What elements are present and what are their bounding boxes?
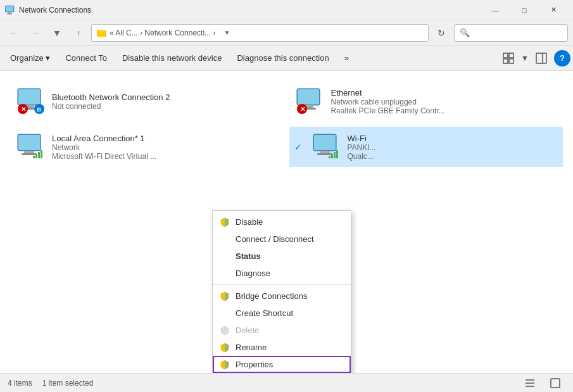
context-menu-rename[interactable]: Rename xyxy=(213,339,351,356)
minimize-button[interactable]: — xyxy=(481,0,510,20)
list-view-button[interactable] xyxy=(520,373,540,393)
ethernet-network-driver: Realtek PCIe GBE Family Contr... xyxy=(331,106,445,115)
bluetooth-network-status: Not connected xyxy=(52,102,170,111)
more-options-button[interactable]: » xyxy=(337,47,356,70)
context-menu-bridge[interactable]: Bridge Connections xyxy=(213,288,351,305)
svg-rect-34 xyxy=(41,150,42,158)
svg-rect-8 xyxy=(509,53,513,58)
context-menu-disable[interactable]: Disable xyxy=(213,213,351,231)
dropdown-history-button[interactable]: ▼ xyxy=(48,24,66,42)
svg-rect-5 xyxy=(97,31,106,37)
search-icon: 🔍 xyxy=(460,28,470,37)
svg-rect-29 xyxy=(24,151,34,153)
item-count: 4 items xyxy=(8,379,32,388)
local-network-status: Network xyxy=(52,143,156,152)
forward-button[interactable]: → xyxy=(27,24,44,42)
svg-rect-38 xyxy=(317,153,332,155)
context-menu-status[interactable]: Status xyxy=(213,248,351,265)
context-menu-shortcut[interactable]: Create Shortcut xyxy=(213,305,351,322)
svg-rect-7 xyxy=(503,53,508,58)
diagnose-label: Diagnose xyxy=(236,269,270,278)
svg-text:✕: ✕ xyxy=(299,106,305,113)
address-text: « All C... › Network Connecti... › xyxy=(110,28,215,37)
up-button[interactable]: ↑ xyxy=(70,24,87,42)
svg-rect-22 xyxy=(298,89,319,104)
local-network-info: Local Area Connection* 1 Network Microso… xyxy=(52,134,156,161)
organize-button[interactable]: Organize ▾ xyxy=(3,47,58,70)
svg-rect-11 xyxy=(536,53,546,63)
svg-rect-10 xyxy=(509,59,513,63)
delete-label: Delete xyxy=(236,326,260,335)
svg-rect-1 xyxy=(6,6,13,11)
svg-rect-39 xyxy=(329,156,331,158)
ethernet-computer-icon: ✕ xyxy=(294,86,325,117)
diagnose-connection-button[interactable]: Diagnose this connection xyxy=(229,47,336,70)
disable-shield-icon xyxy=(219,217,230,228)
bluetooth-network-name: Bluetooth Network Connection 2 xyxy=(52,92,170,102)
svg-rect-28 xyxy=(18,135,40,150)
svg-rect-42 xyxy=(336,150,338,158)
context-menu-separator-1 xyxy=(213,284,351,285)
disable-network-button[interactable]: Disable this network device xyxy=(115,47,230,70)
svg-rect-3 xyxy=(7,13,12,15)
svg-rect-2 xyxy=(8,12,11,13)
search-field[interactable]: 🔍 xyxy=(454,24,568,42)
svg-rect-30 xyxy=(22,153,37,155)
address-field[interactable]: « All C... › Network Connecti... › ▼ xyxy=(91,24,429,42)
ethernet-network-info: Ethernet Network cable unplugged Realtek… xyxy=(331,88,445,115)
svg-rect-33 xyxy=(38,152,40,158)
properties-shield-icon xyxy=(219,359,230,370)
svg-rect-9 xyxy=(503,59,508,63)
address-bar: ← → ▼ ↑ « All C... › Network Connecti...… xyxy=(0,20,573,46)
bridge-shield-icon xyxy=(219,291,230,302)
address-dropdown-btn[interactable]: ▼ xyxy=(218,24,236,42)
status-bar: 4 items 1 item selected xyxy=(0,373,573,392)
app-icon xyxy=(5,5,15,15)
svg-text:B: B xyxy=(37,106,42,113)
window-controls: — □ ✕ xyxy=(481,0,568,20)
toolbar-right: ▼ ? xyxy=(498,48,570,68)
wifi-network-name: Wi-Fi xyxy=(348,134,376,143)
list-view-icon xyxy=(525,378,535,388)
maximize-button[interactable]: □ xyxy=(510,0,539,20)
properties-label: Properties xyxy=(236,360,273,369)
svg-rect-36 xyxy=(314,135,336,150)
close-button[interactable]: ✕ xyxy=(539,0,568,20)
context-menu-properties[interactable]: Properties xyxy=(213,356,351,373)
network-item-bluetooth[interactable]: ✕ B Bluetooth Network Connection 2 Not c… xyxy=(10,81,284,122)
folder-icon xyxy=(97,28,107,38)
context-menu-connect-disconnect[interactable]: Connect / Disconnect xyxy=(213,231,351,248)
connect-to-button[interactable]: Connect To xyxy=(58,47,115,70)
bluetooth-computer-icon: ✕ B xyxy=(15,86,46,117)
svg-rect-46 xyxy=(551,379,560,388)
network-item-ethernet[interactable]: ✕ Ethernet Network cable unplugged Realt… xyxy=(289,81,564,122)
change-view-icon xyxy=(503,53,514,64)
preview-pane-icon xyxy=(536,53,547,64)
local-computer-icon xyxy=(15,132,46,162)
refresh-button[interactable]: ↻ xyxy=(432,24,450,42)
context-menu: Disable Connect / Disconnect Status Diag… xyxy=(212,210,351,373)
main-content: ✕ B Bluetooth Network Connection 2 Not c… xyxy=(0,71,573,373)
network-item-local[interactable]: Local Area Connection* 1 Network Microso… xyxy=(10,127,284,167)
back-button[interactable]: ← xyxy=(5,24,23,42)
svg-rect-14 xyxy=(18,89,40,104)
change-view-button[interactable] xyxy=(498,48,519,68)
status-label: Status xyxy=(236,251,261,261)
help-button[interactable]: ? xyxy=(554,50,570,66)
local-network-name: Local Area Connection* 1 xyxy=(52,134,156,143)
svg-rect-40 xyxy=(331,154,333,158)
thumbnail-view-button[interactable] xyxy=(545,373,565,393)
context-menu-diagnose[interactable]: Diagnose xyxy=(213,265,351,282)
svg-rect-37 xyxy=(320,151,330,153)
delete-shield-icon xyxy=(219,325,230,336)
svg-rect-41 xyxy=(334,152,336,158)
context-menu-delete: Delete xyxy=(213,322,351,339)
bluetooth-icon-wrapper: ✕ B xyxy=(15,86,46,117)
preview-pane-button[interactable] xyxy=(531,48,551,68)
selected-count: 1 item selected xyxy=(42,379,94,388)
connect-disconnect-label: Connect / Disconnect xyxy=(236,234,314,244)
network-item-wifi[interactable]: ✓ Wi-Fi PANKI... Qualc... xyxy=(289,127,564,167)
title-bar: Network Connections — □ ✕ xyxy=(0,0,573,20)
view-dropdown-btn[interactable]: ▼ xyxy=(521,54,529,63)
svg-rect-6 xyxy=(97,30,101,31)
